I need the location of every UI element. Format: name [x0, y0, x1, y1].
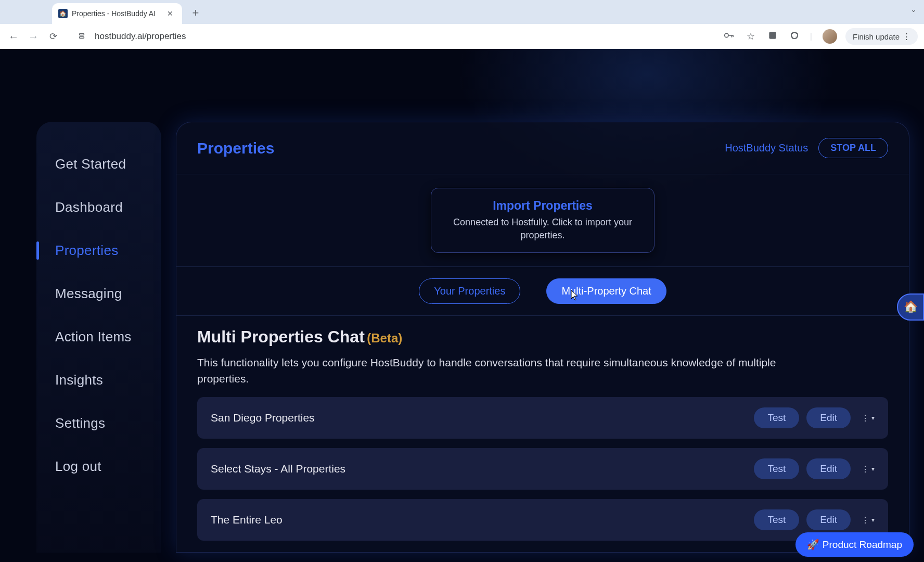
import-section: Import Properties Connected to Hostfully…: [176, 174, 909, 267]
property-group-name: The Entire Leo: [211, 514, 747, 526]
address-bar: ← → ⟳ hostbuddy.ai/properties ☆ | Finish…: [0, 24, 924, 49]
sidebar-item-label: Action Items: [55, 329, 132, 344]
tab-label: Your Properties: [434, 285, 505, 297]
section-heading: Multi Properties Chat: [197, 327, 365, 346]
kebab-icon: ⋮: [861, 464, 869, 474]
main-panel: Properties HostBuddy Status STOP ALL Imp…: [176, 122, 909, 553]
toolbar-divider: |: [810, 32, 812, 41]
sidebar-item-label: Insights: [55, 372, 103, 388]
row-menu-button[interactable]: ⋮ ▾: [861, 464, 875, 474]
app-layout: Get Started Dashboard Properties Messagi…: [0, 122, 924, 553]
sidebar-item-log-out[interactable]: Log out: [36, 445, 161, 488]
app-viewport: Get Started Dashboard Properties Messagi…: [0, 49, 924, 562]
sidebar-item-label: Dashboard: [55, 199, 123, 215]
edit-button[interactable]: Edit: [806, 407, 851, 428]
browser-chrome: 🏠 Properties - HostBuddy AI ✕ + ⌄ ← → ⟳ …: [0, 0, 924, 49]
tab-title: Properties - HostBuddy AI: [72, 9, 161, 18]
tab-bar: 🏠 Properties - HostBuddy AI ✕ + ⌄: [0, 0, 924, 24]
url-field[interactable]: hostbuddy.ai/properties: [92, 31, 715, 42]
property-group-name: San Diego Properties: [211, 412, 747, 424]
test-button[interactable]: Test: [754, 407, 799, 428]
rocket-icon: 🚀: [807, 539, 819, 551]
finish-update-label: Finish update: [853, 32, 900, 41]
menu-icon: ⋮: [903, 32, 910, 41]
sidebar-item-label: Properties: [55, 242, 119, 258]
tab-your-properties[interactable]: Your Properties: [419, 278, 520, 304]
sidebar-item-insights[interactable]: Insights: [36, 359, 161, 402]
help-widget-button[interactable]: 🏠: [897, 293, 924, 321]
sidebar-item-properties[interactable]: Properties: [36, 229, 161, 272]
bookmark-icon[interactable]: ☆: [742, 31, 759, 42]
svg-point-2: [725, 33, 728, 37]
property-group-list: San Diego Properties Test Edit ⋮ ▾ Selec…: [197, 397, 888, 541]
extensions-icon[interactable]: [786, 30, 803, 43]
back-icon[interactable]: ←: [6, 31, 21, 43]
row-menu-button[interactable]: ⋮ ▾: [861, 413, 875, 423]
header-actions: HostBuddy Status STOP ALL: [725, 138, 888, 158]
property-group-name: Select Stays - All Properties: [211, 463, 747, 475]
profile-avatar[interactable]: [823, 29, 837, 44]
tab-multi-property-chat[interactable]: Multi-Property Chat: [546, 278, 666, 304]
chevron-down-icon: ▾: [871, 414, 875, 422]
kebab-icon: ⋮: [861, 515, 869, 525]
import-description: Connected to Hostfully. Click to import …: [447, 216, 638, 242]
close-icon[interactable]: ✕: [165, 9, 175, 18]
chevron-down-icon: ▾: [871, 516, 875, 523]
tab-switcher: Your Properties Multi-Property Chat: [176, 267, 909, 316]
new-tab-button[interactable]: +: [188, 6, 203, 20]
stop-all-button[interactable]: STOP ALL: [818, 138, 888, 158]
home-icon: 🏠: [904, 300, 918, 314]
sidebar-item-get-started[interactable]: Get Started: [36, 143, 161, 186]
panel-header: Properties HostBuddy Status STOP ALL: [176, 122, 909, 174]
test-button[interactable]: Test: [754, 509, 799, 530]
row-menu-button[interactable]: ⋮ ▾: [861, 515, 875, 525]
multi-properties-chat-section: Multi Properties Chat (Beta) This functi…: [176, 316, 909, 552]
sidebar-item-label: Settings: [55, 415, 105, 431]
svg-rect-0: [80, 33, 84, 35]
edit-button[interactable]: Edit: [806, 458, 851, 479]
sidebar-item-action-items[interactable]: Action Items: [36, 315, 161, 359]
chevron-down-icon: ▾: [871, 465, 875, 472]
sidebar: Get Started Dashboard Properties Messagi…: [36, 122, 161, 553]
svg-rect-1: [80, 36, 84, 38]
roadmap-label: Product Roadmap: [823, 539, 902, 551]
svg-rect-3: [769, 32, 776, 39]
sidebar-item-messaging[interactable]: Messaging: [36, 272, 161, 315]
page-title: Properties: [197, 139, 274, 157]
import-title: Import Properties: [447, 199, 638, 213]
favicon-icon: 🏠: [58, 9, 68, 18]
finish-update-button[interactable]: Finish update ⋮: [845, 28, 918, 45]
section-description: This functionality lets you configure Ho…: [197, 355, 801, 387]
property-group-row: The Entire Leo Test Edit ⋮ ▾: [197, 499, 888, 541]
property-group-row: Select Stays - All Properties Test Edit …: [197, 448, 888, 490]
forward-icon[interactable]: →: [26, 31, 41, 43]
beta-badge: (Beta): [367, 331, 402, 345]
edit-button[interactable]: Edit: [806, 509, 851, 530]
password-icon[interactable]: [721, 31, 737, 43]
sidebar-item-dashboard[interactable]: Dashboard: [36, 186, 161, 229]
browser-tab[interactable]: 🏠 Properties - HostBuddy AI ✕: [52, 3, 182, 24]
site-info-icon[interactable]: [77, 31, 86, 42]
product-roadmap-button[interactable]: 🚀 Product Roadmap: [795, 532, 914, 557]
test-button[interactable]: Test: [754, 458, 799, 479]
kebab-icon: ⋮: [861, 413, 869, 423]
hostbuddy-status-link[interactable]: HostBuddy Status: [725, 142, 808, 154]
sidebar-item-label: Messaging: [55, 286, 122, 301]
sidebar-item-label: Get Started: [55, 156, 126, 172]
extension-icon-1[interactable]: [764, 30, 781, 43]
section-heading-row: Multi Properties Chat (Beta): [197, 327, 888, 347]
property-group-row: San Diego Properties Test Edit ⋮ ▾: [197, 397, 888, 439]
tabs-dropdown-icon[interactable]: ⌄: [910, 5, 917, 14]
sidebar-item-label: Log out: [55, 458, 101, 474]
tab-label: Multi-Property Chat: [561, 285, 651, 297]
sidebar-item-settings[interactable]: Settings: [36, 402, 161, 445]
reload-icon[interactable]: ⟳: [46, 31, 60, 42]
import-properties-card[interactable]: Import Properties Connected to Hostfully…: [431, 188, 654, 253]
